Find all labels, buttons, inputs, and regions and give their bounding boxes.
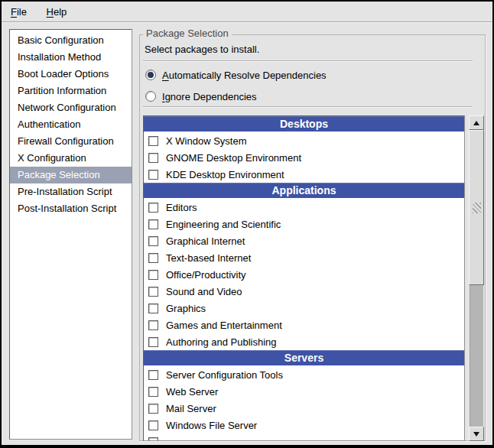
package-row[interactable]: Web Server [144, 383, 464, 400]
package-group-header-desktops: Desktops [144, 116, 464, 131]
package-label: Web Server [166, 386, 218, 398]
menu-item-help[interactable]: Help [39, 2, 75, 21]
package-row[interactable]: Office/Productivity [144, 266, 464, 283]
checkbox-icon[interactable] [148, 203, 158, 213]
package-label: Text-based Internet [166, 252, 251, 264]
sidebar-item-package-selection[interactable]: Package Selection [10, 167, 132, 183]
package-label: GNOME Desktop Environment [166, 152, 301, 164]
package-row[interactable]: KDE Desktop Environment [144, 166, 464, 183]
menubar: File Help [2, 2, 492, 22]
vertical-scrollbar[interactable] [469, 115, 484, 441]
checkbox-icon[interactable] [148, 253, 158, 263]
package-row[interactable]: Engineering and Scientific [144, 216, 464, 232]
package-row[interactable]: GNOME Desktop Environment [144, 149, 464, 166]
checkbox-icon[interactable] [148, 387, 158, 397]
radio-icon[interactable] [145, 70, 156, 80]
radio-label-text: utomatically Resolve Dependencies [169, 70, 327, 81]
sidebar-item-pre-installation-script[interactable]: Pre-Installation Script [10, 183, 132, 200]
sidebar-item-authentication[interactable]: Authentication [10, 116, 132, 133]
package-label: Authoring and Publishing [166, 336, 277, 348]
thumb-grip-icon [473, 203, 481, 213]
checkbox-icon[interactable] [148, 437, 158, 442]
checkbox-icon[interactable] [148, 270, 158, 280]
package-row[interactable]: Windows File Server [144, 417, 464, 433]
checkbox-icon[interactable] [148, 420, 158, 430]
sidebar-item-x-configuration[interactable]: X Configuration [10, 150, 132, 167]
package-row[interactable]: Editors [144, 199, 464, 216]
menu-file-label: ile [17, 6, 27, 18]
groupbox-title: Package Selection [143, 28, 232, 39]
instruction-text: Select packages to install. [145, 44, 259, 55]
radio-mnemonic: A [162, 70, 169, 81]
package-label: Office/Productivity [166, 269, 246, 281]
radio-icon[interactable] [145, 91, 156, 102]
package-label: Server Configuration Tools [166, 369, 283, 381]
menu-help-mnemonic: H [47, 6, 54, 18]
sidebar-item-basic-configuration[interactable]: Basic Configuration [10, 32, 132, 49]
package-label: KDE Desktop Environment [166, 169, 284, 180]
radio-label-text: gnore Dependencies [165, 91, 257, 102]
package-label: Sound and Video [166, 286, 242, 297]
radio-auto-resolve-dependencies[interactable]: Automatically Resolve Dependencies [145, 67, 327, 83]
scroll-down-button[interactable] [469, 427, 484, 441]
checkbox-icon[interactable] [148, 287, 158, 297]
package-label: Graphical Internet [166, 235, 245, 247]
checkbox-icon[interactable] [148, 337, 158, 347]
checkbox-icon[interactable] [148, 153, 158, 163]
package-row[interactable]: Mail Server [144, 400, 464, 417]
checkbox-icon[interactable] [148, 304, 158, 313]
checkbox-icon[interactable] [148, 219, 158, 229]
checkbox-icon[interactable] [148, 370, 158, 380]
package-row[interactable]: X Window System [144, 132, 464, 149]
package-label: Graphics [166, 303, 206, 314]
package-label: X Window System [166, 135, 246, 147]
package-row[interactable]: Authoring and Publishing [144, 333, 464, 350]
separator [143, 106, 473, 108]
package-group-header-servers: Servers [144, 350, 464, 365]
package-row[interactable]: Text-based Internet [144, 249, 464, 266]
package-label: Games and Entertainment [166, 320, 282, 331]
package-label: Editors [166, 202, 197, 213]
package-list-area: DesktopsX Window SystemGNOME Desktop Env… [143, 115, 484, 441]
sidebar-list: Basic ConfigurationInstallation MethodBo… [9, 29, 132, 440]
checkbox-icon[interactable] [148, 136, 158, 146]
kickstart-configurator-window: File Help Basic ConfigurationInstallatio… [0, 0, 494, 448]
checkbox-icon[interactable] [148, 170, 158, 180]
radio-ignore-dependencies[interactable]: Ignore Dependencies [145, 89, 257, 104]
menu-file-mnemonic: F [11, 6, 17, 18]
package-row[interactable]: Graphical Internet [144, 232, 464, 249]
checkbox-icon[interactable] [148, 320, 158, 330]
package-label: Windows File Server [166, 420, 257, 431]
package-label: Engineering and Scientific [166, 219, 281, 230]
scroll-up-button[interactable] [469, 115, 484, 130]
scrollbar-thumb[interactable] [469, 130, 484, 285]
package-row[interactable]: Sound and Video [144, 283, 464, 300]
package-row-partial[interactable] [144, 433, 464, 441]
radio-label: Automatically Resolve Dependencies [162, 70, 327, 81]
sidebar-item-boot-loader-options[interactable]: Boot Loader Options [10, 66, 132, 83]
arrow-down-icon [473, 432, 479, 437]
sidebar-item-firewall-configuration[interactable]: Firewall Configuration [10, 133, 132, 150]
package-label: Mail Server [166, 403, 216, 414]
sidebar-item-network-configuration[interactable]: Network Configuration [10, 99, 132, 116]
checkbox-icon[interactable] [148, 236, 158, 246]
sidebar-item-post-installation-script[interactable]: Post-Installation Script [10, 200, 132, 217]
separator [143, 60, 473, 62]
groupbox-package-selection: Package Selection Select packages to ins… [139, 34, 486, 441]
sidebar-item-installation-method[interactable]: Installation Method [10, 49, 132, 66]
package-group-header-applications: Applications [144, 183, 464, 198]
arrow-up-icon [473, 121, 479, 125]
menu-help-label: elp [54, 6, 67, 18]
radio-label: Ignore Dependencies [162, 91, 257, 102]
package-row[interactable]: Games and Entertainment [144, 317, 464, 333]
package-row[interactable]: Server Configuration Tools [144, 366, 464, 383]
package-row[interactable]: Graphics [144, 300, 464, 317]
package-list: DesktopsX Window SystemGNOME Desktop Env… [143, 115, 465, 441]
checkbox-icon[interactable] [148, 404, 158, 414]
menu-item-file[interactable]: File [3, 2, 34, 21]
sidebar-item-partition-information[interactable]: Partition Information [10, 83, 132, 99]
